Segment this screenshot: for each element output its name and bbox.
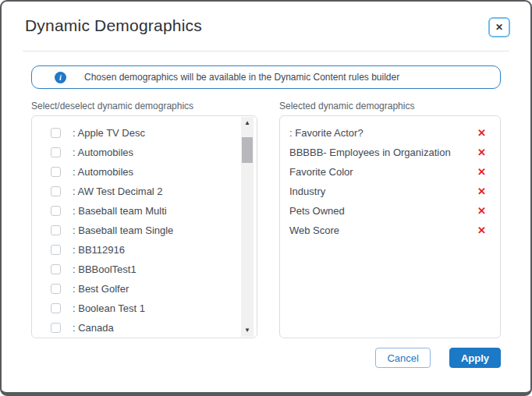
- available-demographic-row: : Best Golfer: [51, 279, 241, 299]
- demographic-label: : Automobiles: [73, 147, 133, 158]
- available-demographic-row: : AW Test Decimal 2: [51, 182, 241, 201]
- selected-demographic-row: Pets Owned ✕: [289, 201, 488, 221]
- selected-demographic-row: : Favorite Actor? ✕: [289, 123, 488, 143]
- demographic-label: : AW Test Decimal 2: [73, 186, 163, 197]
- demographic-checkbox[interactable]: [51, 323, 61, 333]
- scroll-up-icon[interactable]: ▲: [244, 117, 250, 129]
- cancel-button[interactable]: Cancel: [375, 348, 430, 368]
- demographic-label: Industry: [289, 186, 325, 197]
- demographic-label: : Best Golfer: [73, 283, 129, 295]
- demographic-checkbox[interactable]: [51, 147, 61, 157]
- demographic-label: : Canada: [73, 322, 114, 334]
- apply-button[interactable]: Apply: [449, 348, 501, 368]
- demographic-label: Web Score: [289, 225, 339, 236]
- demographic-checkbox[interactable]: [51, 128, 61, 138]
- selected-demographics-list: : Favorite Actor? ✕ BBBBB- Employees in …: [279, 115, 501, 338]
- demographic-label: : Baseball team Single: [73, 225, 173, 236]
- available-demographics-list: : Apple TV Desc : Automobiles : Automobi…: [31, 115, 257, 338]
- available-panel-label: Select/deselect dynamic demographics: [31, 101, 257, 111]
- demographic-label: : Boolean Test 1: [73, 302, 145, 314]
- remove-icon[interactable]: ✕: [477, 206, 486, 216]
- demographic-label: BBBBB- Employees in Organization: [289, 147, 451, 158]
- info-banner: i Chosen demographics will be available …: [31, 65, 501, 89]
- selected-rows: : Favorite Actor? ✕ BBBBB- Employees in …: [280, 116, 500, 240]
- available-demographic-row: : Baseball team Single: [51, 221, 241, 240]
- demographic-label: : Favorite Actor?: [289, 127, 364, 139]
- demographic-checkbox[interactable]: [51, 303, 61, 313]
- available-rows: : Apple TV Desc : Automobiles : Automobi…: [32, 116, 257, 338]
- demographic-checkbox[interactable]: [51, 264, 61, 274]
- remove-icon[interactable]: ✕: [477, 167, 486, 177]
- demographic-checkbox[interactable]: [51, 206, 61, 216]
- demographic-checkbox[interactable]: [51, 186, 61, 196]
- available-demographic-row: : BB112916: [51, 240, 241, 260]
- remove-icon[interactable]: ✕: [477, 225, 486, 235]
- demographic-label: Favorite Color: [289, 166, 353, 178]
- available-demographic-row: : Baseball team Multi: [51, 201, 241, 221]
- modal-header: Dynamic Demographics ✕: [2, 2, 530, 37]
- panels: Select/deselect dynamic demographics : A…: [31, 101, 501, 338]
- scrollbar-thumb[interactable]: [242, 137, 253, 163]
- demographic-label: : BB112916: [73, 244, 125, 256]
- available-demographic-row: : Automobiles: [51, 143, 241, 162]
- demographic-checkbox[interactable]: [51, 284, 61, 294]
- demographic-label: : Apple TV Desc: [73, 127, 145, 139]
- demographic-label: : Baseball team Multi: [73, 205, 167, 217]
- demographic-label: : Automobiles: [73, 166, 133, 178]
- close-icon: ✕: [495, 22, 503, 33]
- remove-icon[interactable]: ✕: [477, 128, 486, 138]
- demographic-checkbox[interactable]: [51, 167, 61, 177]
- available-demographic-row: : BBBoolTest1: [51, 260, 241, 279]
- demographic-checkbox[interactable]: [51, 225, 61, 235]
- remove-icon[interactable]: ✕: [477, 147, 486, 157]
- demographic-label: Pets Owned: [289, 205, 345, 217]
- scrollbar[interactable]: ▲ ▼: [241, 117, 254, 337]
- selected-demographic-row: BBBBB- Employees in Organization ✕: [289, 143, 488, 162]
- selected-demographic-row: Industry ✕: [289, 182, 488, 201]
- page-title: Dynamic Demographics: [25, 16, 202, 35]
- selected-panel-label: Selected dynamic demographics: [279, 101, 501, 111]
- available-demographic-row: : Automobiles: [51, 162, 241, 182]
- selected-panel: Selected dynamic demographics : Favorite…: [279, 101, 501, 338]
- available-panel: Select/deselect dynamic demographics : A…: [31, 101, 257, 338]
- selected-demographic-row: Favorite Color ✕: [289, 162, 488, 182]
- demographic-checkbox[interactable]: [51, 245, 61, 255]
- modal-footer: Cancel Apply: [2, 348, 501, 368]
- selected-demographic-row: Web Score ✕: [289, 221, 488, 240]
- scroll-down-icon[interactable]: ▼: [244, 324, 250, 337]
- close-button[interactable]: ✕: [488, 17, 510, 37]
- available-demographic-row: : Canada: [51, 318, 241, 338]
- info-banner-text: Chosen demographics will be available in…: [84, 72, 399, 83]
- available-demographic-row: : Apple TV Desc: [51, 123, 241, 143]
- remove-icon[interactable]: ✕: [477, 186, 486, 196]
- available-demographic-row: : Boolean Test 1: [51, 299, 241, 318]
- dynamic-demographics-modal: Dynamic Demographics ✕ i Chosen demograp…: [0, 0, 532, 396]
- header-divider: [23, 51, 509, 51]
- demographic-label: : BBBoolTest1: [73, 263, 137, 275]
- info-icon: i: [55, 72, 66, 83]
